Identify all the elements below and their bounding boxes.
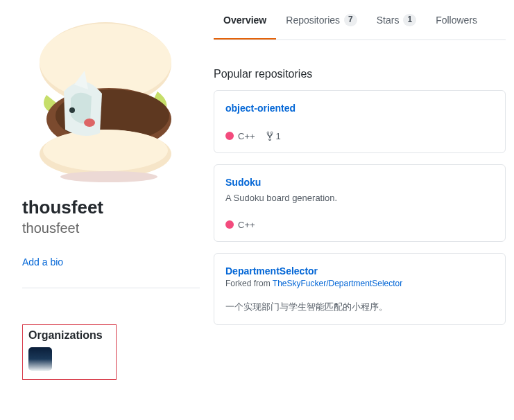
name-block: thousfeet thousfeet <box>22 196 200 237</box>
popular-repos-list: object-oriented C++ 1 Sudoku A Sudoku bo… <box>214 90 506 325</box>
main-content: Overview Repositories 7 Stars 1 Follower… <box>214 0 506 380</box>
organization-avatar[interactable] <box>28 347 52 371</box>
organizations-heading: Organizations <box>28 329 110 342</box>
svg-point-7 <box>69 107 75 113</box>
repo-language: C++ <box>225 131 255 141</box>
repo-description: 一个实现部门与学生智能匹配的小程序。 <box>225 301 494 313</box>
repo-forked-from: Forked from TheSkyFucker/DepartmentSelec… <box>225 279 494 288</box>
organizations-block: Organizations <box>22 324 117 380</box>
repo-language: C++ <box>225 220 255 230</box>
language-label: C++ <box>238 131 255 141</box>
tab-label: Overview <box>223 15 266 26</box>
add-bio-link[interactable]: Add a bio <box>22 256 63 268</box>
repo-card: DepartmentSelector Forked from TheSkyFuc… <box>214 253 506 325</box>
forked-from-text: Forked from <box>225 279 273 288</box>
repo-name-link[interactable]: Sudoku <box>225 177 261 188</box>
svg-point-8 <box>84 119 95 127</box>
fork-icon <box>266 131 273 141</box>
forks-count: 1 <box>276 131 281 141</box>
username: thousfeet <box>22 219 200 237</box>
language-label: C++ <box>238 220 255 230</box>
repo-meta: C++ 1 <box>225 131 494 141</box>
svg-point-9 <box>60 171 157 182</box>
profile-avatar[interactable] <box>22 5 189 185</box>
language-dot-icon <box>225 220 234 229</box>
profile-sidebar: thousfeet thousfeet Add a bio Organizati… <box>22 0 200 380</box>
repo-card: object-oriented C++ 1 <box>214 90 506 153</box>
stars-count-badge: 1 <box>403 14 416 26</box>
repo-name-link[interactable]: object-oriented <box>225 103 295 114</box>
forked-from-link[interactable]: TheSkyFucker/DepartmentSelector <box>273 279 402 288</box>
profile-tabs: Overview Repositories 7 Stars 1 Follower… <box>214 3 506 40</box>
tab-followers[interactable]: Followers <box>426 3 487 40</box>
popular-repos-heading: Popular repositories <box>214 68 506 80</box>
repo-meta: C++ <box>225 220 494 230</box>
language-dot-icon <box>225 132 234 140</box>
tab-label: Followers <box>436 15 477 26</box>
svg-point-6 <box>43 130 168 171</box>
tab-label: Stars <box>377 15 400 26</box>
repo-forks[interactable]: 1 <box>266 131 281 141</box>
repo-description: A Sudoku board generation. <box>225 193 494 203</box>
repo-card: Sudoku A Sudoku board generation. C++ <box>214 164 506 242</box>
tab-repositories[interactable]: Repositories 7 <box>276 3 367 40</box>
divider <box>22 288 200 288</box>
repositories-count-badge: 7 <box>344 14 357 26</box>
tab-label: Repositories <box>286 15 340 26</box>
tab-stars[interactable]: Stars 1 <box>367 3 426 40</box>
tab-overview[interactable]: Overview <box>214 3 276 40</box>
display-name: thousfeet <box>22 196 200 219</box>
repo-name-link[interactable]: DepartmentSelector <box>225 265 318 277</box>
